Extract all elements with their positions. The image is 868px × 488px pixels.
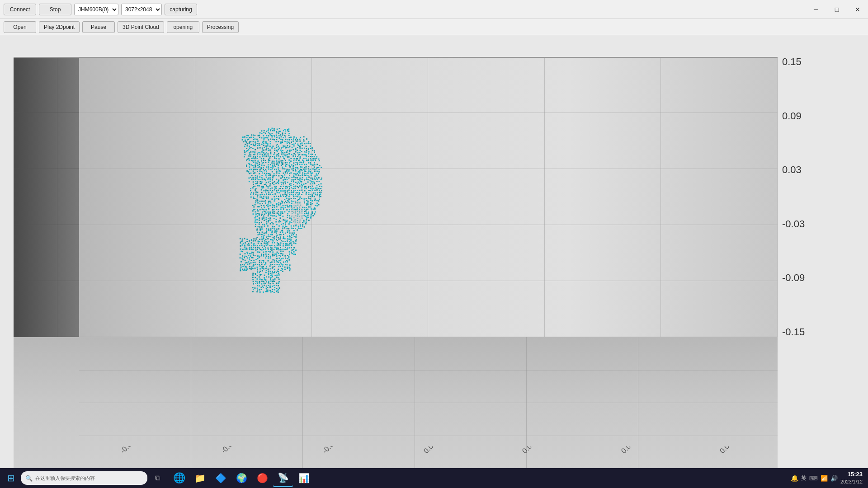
svg-rect-860 bbox=[265, 197, 267, 198]
svg-rect-1676 bbox=[257, 282, 258, 283]
svg-rect-1642 bbox=[252, 274, 254, 276]
svg-rect-1698 bbox=[257, 285, 258, 286]
svg-rect-1193 bbox=[267, 225, 269, 227]
svg-rect-476 bbox=[253, 169, 255, 170]
svg-rect-1265 bbox=[280, 234, 282, 235]
svg-rect-1659 bbox=[268, 277, 269, 278]
svg-rect-1666 bbox=[259, 278, 261, 280]
svg-rect-510 bbox=[257, 171, 258, 172]
start-button[interactable]: ⊞ bbox=[2, 469, 20, 487]
3d-viewport[interactable]: 0.15 0.09 0.03 -0.03 -0.09 -0.15 -0.06 -… bbox=[0, 35, 868, 468]
svg-rect-994 bbox=[287, 206, 288, 207]
stop-button[interactable]: Stop bbox=[39, 4, 71, 15]
svg-rect-1700 bbox=[262, 286, 263, 287]
svg-rect-533 bbox=[318, 171, 320, 173]
svg-rect-763 bbox=[315, 188, 316, 189]
svg-rect-760 bbox=[308, 187, 309, 188]
svg-rect-933 bbox=[259, 203, 261, 204]
svg-rect-1356 bbox=[293, 243, 295, 244]
svg-rect-846 bbox=[306, 193, 307, 195]
svg-rect-303 bbox=[265, 155, 267, 157]
svg-rect-1617 bbox=[246, 270, 247, 271]
svg-rect-970 bbox=[289, 205, 291, 206]
svg-rect-436 bbox=[299, 164, 301, 165]
svg-rect-463 bbox=[295, 167, 297, 169]
taskbar-app6-icon[interactable]: 📡 bbox=[273, 469, 293, 487]
svg-rect-370 bbox=[285, 160, 286, 161]
svg-rect-567 bbox=[261, 175, 263, 176]
svg-rect-1779 bbox=[294, 211, 296, 213]
svg-rect-1159 bbox=[278, 221, 280, 223]
svg-rect-1256 bbox=[258, 234, 259, 235]
svg-rect-543 bbox=[269, 173, 270, 174]
svg-rect-1750 bbox=[299, 203, 301, 204]
svg-rect-1573 bbox=[246, 267, 247, 268]
close-button[interactable]: ✕ bbox=[847, 0, 868, 19]
svg-rect-1508 bbox=[285, 258, 286, 259]
svg-rect-1762 bbox=[301, 206, 302, 207]
taskbar-folder-icon[interactable]: 📁 bbox=[190, 469, 210, 487]
svg-rect-1308 bbox=[287, 238, 288, 239]
svg-rect-1703 bbox=[268, 285, 269, 286]
pointcloud-button[interactable]: 3D Point Cloud bbox=[118, 21, 164, 33]
taskbar-app5-icon[interactable]: 🔴 bbox=[252, 469, 272, 487]
svg-rect-1388 bbox=[255, 247, 256, 249]
svg-rect-585 bbox=[305, 175, 307, 176]
svg-rect-1175 bbox=[264, 224, 265, 225]
svg-rect-1822 bbox=[294, 223, 296, 225]
svg-rect-668 bbox=[293, 181, 294, 183]
task-view-button[interactable]: ⧉ bbox=[148, 469, 166, 487]
svg-rect-1436 bbox=[257, 251, 259, 253]
svg-rect-1268 bbox=[291, 235, 292, 236]
svg-rect-1322 bbox=[264, 240, 265, 242]
taskbar-app3-icon[interactable]: 🔷 bbox=[211, 469, 231, 487]
svg-rect-52 bbox=[282, 134, 283, 136]
svg-rect-280 bbox=[287, 154, 288, 155]
maximize-button[interactable]: □ bbox=[826, 0, 847, 19]
svg-rect-1013 bbox=[268, 208, 269, 210]
taskbar-app7-icon[interactable]: 📊 bbox=[294, 469, 314, 487]
connect-button[interactable]: Connect bbox=[4, 4, 36, 15]
open-button[interactable]: Open bbox=[4, 21, 36, 33]
svg-rect-369 bbox=[282, 160, 283, 161]
svg-rect-310 bbox=[280, 156, 281, 158]
taskbar-search-bar[interactable]: 🔍 在这里输入你要搜索的内容 bbox=[21, 471, 147, 485]
svg-rect-672 bbox=[301, 181, 302, 183]
svg-rect-467 bbox=[304, 167, 306, 168]
svg-rect-1606 bbox=[272, 267, 273, 269]
minimize-button[interactable]: ─ bbox=[806, 0, 826, 19]
svg-rect-1481 bbox=[268, 256, 269, 258]
taskbar-edge-icon[interactable]: 🌐 bbox=[169, 469, 189, 487]
svg-rect-805 bbox=[277, 192, 278, 193]
svg-rect-1502 bbox=[268, 258, 269, 259]
svg-rect-1319 bbox=[258, 240, 259, 242]
svg-rect-1806 bbox=[294, 218, 296, 220]
play2dpoint-button[interactable]: Play 2Dpoint bbox=[39, 21, 80, 33]
svg-rect-340 bbox=[290, 158, 292, 159]
svg-rect-615 bbox=[312, 178, 313, 179]
svg-rect-245 bbox=[266, 152, 267, 153]
svg-rect-1156 bbox=[268, 221, 269, 223]
svg-rect-1391 bbox=[262, 247, 263, 248]
svg-rect-43 bbox=[263, 135, 264, 136]
svg-rect-647 bbox=[315, 179, 316, 180]
svg-rect-737 bbox=[250, 188, 251, 189]
resolution-select[interactable]: 3072x2048 bbox=[121, 4, 162, 15]
svg-rect-326 bbox=[248, 158, 250, 160]
taskbar-app4-icon[interactable]: 🌍 bbox=[231, 469, 251, 487]
svg-rect-1652 bbox=[276, 275, 278, 276]
svg-rect-1515 bbox=[253, 260, 255, 261]
svg-rect-364 bbox=[272, 160, 273, 162]
svg-rect-311 bbox=[282, 156, 283, 157]
svg-rect-664 bbox=[283, 182, 284, 183]
svg-rect-1258 bbox=[261, 234, 263, 235]
svg-rect-991 bbox=[280, 206, 282, 208]
svg-rect-42 bbox=[259, 135, 260, 136]
svg-rect-1458 bbox=[268, 254, 269, 255]
svg-rect-1675 bbox=[255, 281, 257, 282]
device-select[interactable]: JHM600B(0) bbox=[74, 4, 118, 15]
bottom-label-3: 0.00 bbox=[422, 446, 438, 455]
pause-button[interactable]: Pause bbox=[82, 21, 115, 33]
svg-rect-1224 bbox=[298, 228, 299, 229]
svg-rect-545 bbox=[276, 172, 278, 174]
